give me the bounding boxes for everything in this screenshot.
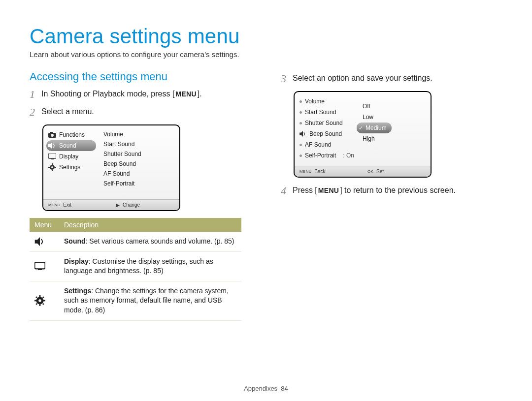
svg-rect-20 — [43, 300, 45, 302]
step-3-text: Select an option and save your settings. — [293, 72, 502, 84]
page-subtitle: Learn about various options to configure… — [30, 50, 502, 59]
list-item: Shutter Sound — [299, 118, 357, 128]
display-icon — [30, 251, 59, 281]
option-off: Off — [363, 101, 429, 112]
list-item: AF Sound — [299, 139, 357, 150]
gear-icon — [30, 281, 59, 320]
table-header-description: Description — [59, 218, 241, 232]
step-number: 1 — [30, 88, 41, 100]
step-number: 3 — [281, 72, 293, 84]
ok-icon-label: OK — [367, 169, 373, 174]
svg-rect-13 — [34, 262, 45, 269]
svg-rect-14 — [38, 269, 42, 271]
svg-point-16 — [38, 299, 41, 302]
back-label: Back — [314, 169, 325, 174]
svg-point-7 — [51, 166, 53, 168]
set-label: Set — [376, 169, 384, 174]
svg-rect-9 — [52, 170, 53, 171]
svg-rect-1 — [50, 132, 53, 133]
sound-option: Shutter Sound — [103, 149, 177, 159]
step-4-text-pre: Press [ — [293, 186, 317, 194]
step-4-text-post: ] to return to the previous screen. — [340, 186, 456, 194]
menu-item-settings: Settings — [47, 162, 98, 173]
camera-icon — [48, 131, 56, 139]
right-column: 3 Select an option and save your setting… — [281, 70, 502, 321]
sound-icon — [299, 130, 306, 138]
bullet-icon — [299, 122, 302, 124]
svg-marker-12 — [35, 237, 40, 246]
step-1-text-post: ]. — [198, 90, 202, 98]
svg-rect-23 — [35, 303, 37, 305]
lcd-footer: MENU Exit ▶ Change — [43, 199, 179, 210]
bullet-icon — [299, 111, 302, 114]
step-number: 4 — [281, 185, 293, 196]
option-medium-selected: Medium — [363, 123, 429, 133]
menu-icon-label: MENU — [48, 203, 60, 207]
left-column: Accessing the settings menu 1 In Shootin… — [30, 70, 251, 321]
svg-rect-18 — [39, 304, 41, 306]
page-footer: Appendixes 84 — [0, 385, 532, 392]
bullet-icon — [299, 144, 302, 146]
svg-rect-11 — [55, 167, 56, 168]
table-row: Settings: Change the settings for the ca… — [30, 281, 241, 320]
gear-icon — [48, 163, 56, 171]
step-1: 1 In Shooting or Playback mode, press [M… — [30, 88, 251, 100]
svg-rect-5 — [51, 158, 54, 159]
list-item: Self-Portrait: On — [299, 150, 357, 161]
triangle-right-icon: ▶ — [116, 203, 120, 208]
sound-icon — [48, 142, 56, 150]
svg-rect-17 — [39, 295, 41, 297]
svg-rect-21 — [35, 296, 37, 298]
svg-rect-10 — [48, 167, 50, 168]
lcd-footer: MENU Back OK Set — [295, 166, 431, 177]
option-low: Low — [363, 112, 429, 123]
sound-icon — [30, 232, 59, 251]
exit-label: Exit — [63, 202, 71, 208]
section-heading: Accessing the settings menu — [30, 70, 251, 83]
bullet-icon — [299, 154, 302, 157]
display-icon — [48, 153, 56, 160]
table-row: Display: Customise the display settings,… — [30, 251, 241, 281]
menu-item-functions: Functions — [47, 129, 98, 140]
camera-lcd-menu-selection: Functions Sound Display — [42, 124, 180, 211]
option-high: High — [363, 133, 429, 144]
menu-description-table: Menu Description Sound: Set various came… — [30, 218, 241, 321]
svg-rect-22 — [42, 296, 44, 298]
list-item: Volume — [299, 96, 357, 107]
list-item: Start Sound — [299, 107, 357, 118]
menu-button-label: MENU — [174, 89, 197, 99]
menu-item-display: Display — [47, 151, 98, 162]
sound-option: AF Sound — [103, 169, 177, 179]
camera-lcd-option-selection: Volume Start Sound Shutter Sound Beep So… — [294, 91, 432, 178]
svg-rect-4 — [48, 154, 56, 158]
step-1-text-pre: In Shooting or Playback mode, press [ — [41, 90, 174, 98]
bullet-icon — [299, 100, 302, 103]
menu-item-sound: Sound — [46, 140, 96, 151]
change-label: Change — [123, 202, 140, 208]
page-title: Camera settings menu — [30, 25, 502, 48]
svg-rect-8 — [52, 163, 53, 165]
step-4: 4 Press [MENU] to return to the previous… — [281, 185, 502, 196]
step-2-text: Select a menu. — [41, 106, 251, 118]
sound-option: Volume — [103, 129, 177, 139]
step-2: 2 Select a menu. — [30, 106, 251, 118]
svg-rect-24 — [42, 303, 44, 305]
menu-button-label: MENU — [317, 185, 340, 196]
svg-rect-19 — [34, 300, 36, 302]
svg-point-2 — [51, 134, 54, 137]
svg-marker-25 — [299, 131, 303, 137]
sound-option: Beep Sound — [103, 159, 177, 169]
svg-marker-3 — [48, 142, 52, 149]
step-3: 3 Select an option and save your setting… — [281, 72, 502, 84]
table-header-menu: Menu — [30, 218, 59, 232]
sound-option: Self-Portrait — [103, 179, 177, 188]
menu-icon-label: MENU — [299, 169, 311, 174]
list-item: Beep Sound — [299, 128, 357, 139]
step-number: 2 — [30, 106, 41, 118]
table-row: Sound: Set various camera sounds and vol… — [30, 232, 241, 251]
sound-option: Start Sound — [103, 139, 177, 149]
